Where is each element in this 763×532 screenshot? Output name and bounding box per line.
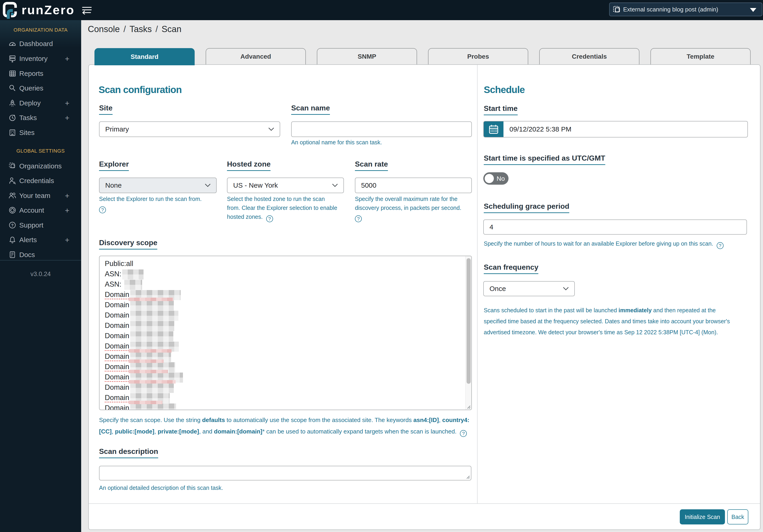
- svg-text:?: ?: [11, 223, 14, 227]
